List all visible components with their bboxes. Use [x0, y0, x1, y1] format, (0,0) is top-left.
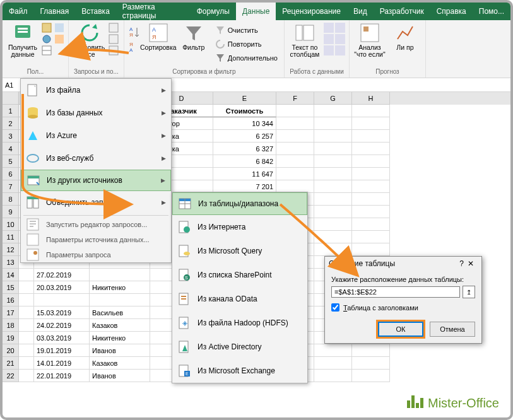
- cell[interactable]: [314, 243, 352, 256]
- row-header[interactable]: 3: [3, 130, 19, 143]
- cell[interactable]: [90, 269, 150, 281]
- menu-item[interactable]: Из Интернета: [172, 215, 307, 239]
- menu-item[interactable]: Из Microsoft Query: [172, 239, 307, 263]
- cell[interactable]: [352, 143, 390, 155]
- cell[interactable]: [19, 344, 34, 357]
- cell[interactable]: [314, 357, 352, 370]
- menu-item[interactable]: Из канала OData: [172, 287, 307, 311]
- recent-sources-icon[interactable]: [54, 23, 64, 33]
- cell[interactable]: Никитенко: [90, 332, 150, 344]
- from-web-icon[interactable]: [42, 34, 52, 44]
- cell[interactable]: [352, 130, 390, 143]
- cell[interactable]: [276, 180, 314, 193]
- consolidate-icon[interactable]: [335, 23, 345, 33]
- cell[interactable]: Иванов: [90, 370, 150, 382]
- sort-za-icon[interactable]: ЯA: [128, 40, 139, 54]
- cell[interactable]: [314, 206, 352, 218]
- from-text-icon[interactable]: [42, 23, 52, 33]
- cell[interactable]: [352, 155, 390, 168]
- row-header[interactable]: 7: [3, 180, 19, 193]
- cell[interactable]: 24.02.2019: [34, 319, 90, 332]
- menu-item[interactable]: Параметры источника данных...: [21, 232, 171, 247]
- row-header[interactable]: 22: [3, 370, 19, 382]
- forecast-sheet-button[interactable]: Ли пр: [389, 21, 422, 51]
- cell[interactable]: [352, 231, 390, 243]
- from-table-icon[interactable]: [42, 45, 52, 55]
- menu-item[interactable]: Из Active Directory: [172, 335, 307, 359]
- refresh-all-button[interactable]: Обновить все: [73, 21, 106, 58]
- cell[interactable]: 03.03.2019: [34, 332, 90, 344]
- row-header[interactable]: 17: [3, 306, 19, 319]
- cell[interactable]: Стоимость: [213, 105, 276, 117]
- sort-az-icon[interactable]: AЯ: [128, 25, 139, 39]
- flash-fill-icon[interactable]: [324, 23, 334, 33]
- row-header[interactable]: 6: [3, 168, 19, 180]
- cell[interactable]: Казаков: [90, 319, 150, 332]
- row-header[interactable]: 5: [3, 155, 19, 168]
- cell[interactable]: [314, 117, 352, 130]
- tab-справка[interactable]: Справка: [430, 3, 473, 20]
- cell[interactable]: 7 201: [213, 180, 276, 193]
- cell[interactable]: [314, 180, 352, 193]
- cell[interactable]: [314, 155, 352, 168]
- menu-item[interactable]: Из базы данных▶: [21, 102, 171, 124]
- cell[interactable]: [314, 105, 352, 117]
- cell[interactable]: [19, 306, 34, 319]
- edit-links-icon[interactable]: [109, 45, 119, 55]
- tab-вид[interactable]: Вид: [347, 3, 374, 20]
- cell[interactable]: 27.02.2019: [34, 269, 90, 281]
- data-validation-icon[interactable]: [324, 45, 334, 55]
- cell[interactable]: [352, 105, 390, 117]
- tab-разработчик[interactable]: Разработчик: [374, 3, 430, 20]
- cell[interactable]: [352, 243, 390, 256]
- cell[interactable]: 22.01.2019: [34, 370, 90, 382]
- menu-item[interactable]: EИз Microsoft Exchange: [172, 359, 307, 383]
- row-header[interactable]: 13: [3, 256, 19, 269]
- relationships-icon[interactable]: [335, 34, 345, 44]
- tab-помо...[interactable]: Помо...: [473, 3, 510, 20]
- cell[interactable]: [314, 218, 352, 231]
- range-input[interactable]: [331, 286, 460, 298]
- menu-item[interactable]: Из Azure▶: [21, 124, 171, 147]
- menu-item[interactable]: Параметры запроса: [21, 247, 171, 262]
- whatif-button[interactable]: Анализ "что если": [353, 21, 386, 58]
- cell[interactable]: [314, 344, 352, 357]
- row-header[interactable]: 16: [3, 294, 19, 306]
- cell[interactable]: [19, 281, 34, 294]
- menu-item[interactable]: Из файла Hadoop (HDFS): [172, 311, 307, 335]
- cell[interactable]: [19, 370, 34, 382]
- reapply-button[interactable]: Повторить: [213, 38, 280, 50]
- cell[interactable]: [314, 168, 352, 180]
- cell[interactable]: Иванов: [90, 344, 150, 357]
- row-header[interactable]: 14: [3, 269, 19, 281]
- cell[interactable]: 10 344: [213, 117, 276, 130]
- properties-icon[interactable]: [109, 34, 119, 44]
- filter-button[interactable]: Фильтр: [177, 21, 210, 51]
- cell[interactable]: [19, 294, 34, 306]
- cell[interactable]: [19, 319, 34, 332]
- remove-dup-icon[interactable]: [324, 34, 334, 44]
- tab-рецензирование[interactable]: Рецензирование: [276, 3, 347, 20]
- text-to-columns-button[interactable]: Текст по столбцам: [288, 21, 321, 58]
- cell[interactable]: [314, 143, 352, 155]
- cell[interactable]: 6 327: [213, 143, 276, 155]
- cell[interactable]: 6 842: [213, 155, 276, 168]
- row-header[interactable]: 2: [3, 117, 19, 130]
- cell[interactable]: [352, 180, 390, 193]
- cell[interactable]: [19, 357, 34, 370]
- ok-button[interactable]: ОК: [378, 322, 423, 337]
- existing-conn-icon[interactable]: [54, 34, 64, 44]
- cell[interactable]: [314, 130, 352, 143]
- cell[interactable]: 14.01.2019: [34, 357, 90, 370]
- cell[interactable]: [276, 117, 314, 130]
- row-header[interactable]: 1: [3, 105, 19, 117]
- row-header[interactable]: 4: [3, 143, 19, 155]
- row-header[interactable]: 21: [3, 357, 19, 370]
- dialog-close-button[interactable]: ✕: [464, 259, 478, 268]
- menu-item[interactable]: Запустить редактор запросов...: [21, 217, 171, 232]
- cell[interactable]: 15.03.2019: [34, 306, 90, 319]
- row-header[interactable]: 11: [3, 231, 19, 243]
- cell[interactable]: [352, 168, 390, 180]
- cell[interactable]: [34, 294, 90, 306]
- cell[interactable]: [314, 231, 352, 243]
